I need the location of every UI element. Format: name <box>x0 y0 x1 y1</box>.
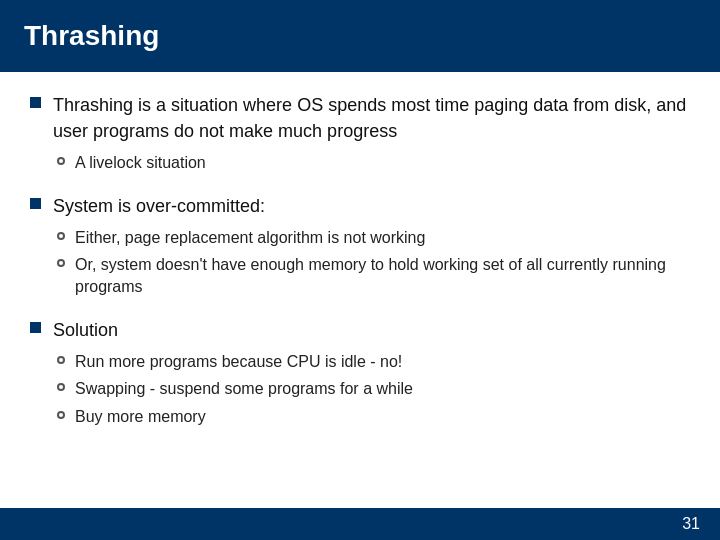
bullet-square-2 <box>30 198 41 209</box>
slide: Thrashing Thrashing is a situation where… <box>0 0 720 540</box>
bullet-item-3: Solution Run more programs because CPU i… <box>30 317 690 428</box>
bullet-2-text: System is over-committed: <box>53 193 690 219</box>
bullet-2-body: System is over-committed: Either, page r… <box>53 193 690 299</box>
sub-bullet-text-3-3: Buy more memory <box>75 406 206 428</box>
slide-header: Thrashing <box>0 0 720 72</box>
sub-bullet-3-2: Swapping - suspend some programs for a w… <box>57 378 413 400</box>
bullet-square-1 <box>30 97 41 108</box>
bullet-3-subbullets: Run more programs because CPU is idle - … <box>53 351 413 428</box>
sub-bullet-circle-3-2 <box>57 383 65 391</box>
sub-bullet-circle-3-1 <box>57 356 65 364</box>
sub-bullet-text-2-1: Either, page replacement algorithm is no… <box>75 227 425 249</box>
bullet-item-2: System is over-committed: Either, page r… <box>30 193 690 299</box>
sub-bullet-circle-2-2 <box>57 259 65 267</box>
page-number: 31 <box>682 515 700 533</box>
slide-title: Thrashing <box>24 20 159 52</box>
sub-bullet-text-3-1: Run more programs because CPU is idle - … <box>75 351 402 373</box>
bullet-square-3 <box>30 322 41 333</box>
sub-bullet-2-2: Or, system doesn't have enough memory to… <box>57 254 690 299</box>
sub-bullet-circle-1-1 <box>57 157 65 165</box>
sub-bullet-text-1-1: A livelock situation <box>75 152 206 174</box>
bullet-1-subbullets: A livelock situation <box>53 152 690 174</box>
sub-bullet-text-2-2: Or, system doesn't have enough memory to… <box>75 254 690 299</box>
bullet-3-body: Solution Run more programs because CPU i… <box>53 317 413 428</box>
sub-bullet-3-1: Run more programs because CPU is idle - … <box>57 351 413 373</box>
bullet-3-text: Solution <box>53 317 413 343</box>
sub-bullet-text-3-2: Swapping - suspend some programs for a w… <box>75 378 413 400</box>
bullet-2-subbullets: Either, page replacement algorithm is no… <box>53 227 690 299</box>
bullet-1-text: Thrashing is a situation where OS spends… <box>53 92 690 144</box>
sub-bullet-circle-2-1 <box>57 232 65 240</box>
sub-bullet-circle-3-3 <box>57 411 65 419</box>
slide-content: Thrashing is a situation where OS spends… <box>0 72 720 508</box>
slide-footer: 31 <box>0 508 720 540</box>
sub-bullet-3-3: Buy more memory <box>57 406 413 428</box>
sub-bullet-1-1: A livelock situation <box>57 152 690 174</box>
bullet-1-body: Thrashing is a situation where OS spends… <box>53 92 690 175</box>
sub-bullet-2-1: Either, page replacement algorithm is no… <box>57 227 690 249</box>
bullet-item-1: Thrashing is a situation where OS spends… <box>30 92 690 175</box>
